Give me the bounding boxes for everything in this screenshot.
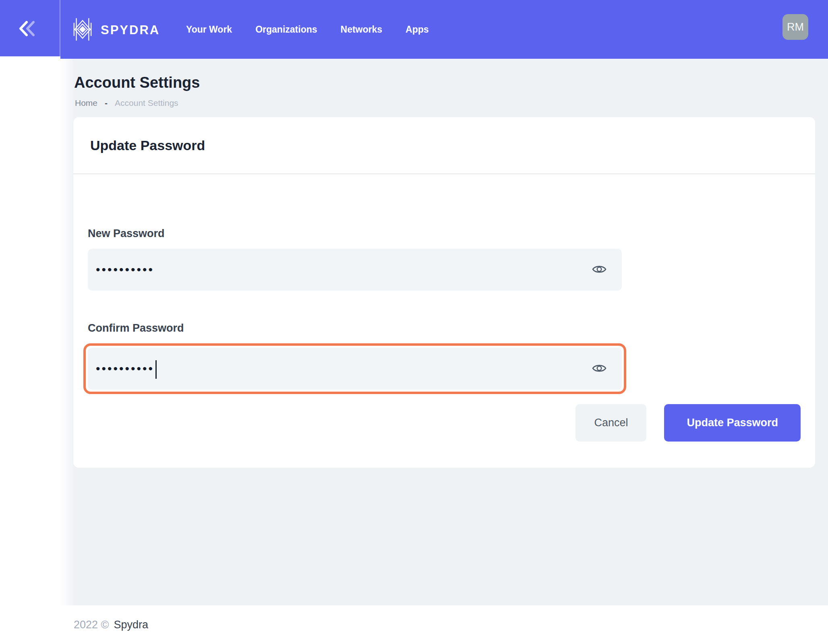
breadcrumb-current: Account Settings [115, 98, 178, 108]
main-nav: Your Work Organizations Networks Apps [186, 0, 429, 59]
page-title: Account Settings [74, 74, 200, 91]
new-password-label: New Password [88, 227, 801, 240]
user-avatar[interactable]: RM [782, 14, 808, 40]
confirm-password-focus-ring: •••••••••• [83, 343, 626, 394]
form-actions: Cancel Update Password [88, 404, 801, 442]
new-password-masked-value: •••••••••• [96, 249, 592, 291]
update-password-button[interactable]: Update Password [664, 404, 801, 442]
nav-item-apps[interactable]: Apps [406, 24, 429, 35]
footer-year: 2022 © [74, 619, 109, 631]
top-navbar: SPYDRA Your Work Organizations Networks … [0, 0, 828, 59]
card-title: Update Password [90, 138, 205, 153]
nav-item-your-work[interactable]: Your Work [186, 24, 232, 35]
cancel-button[interactable]: Cancel [575, 404, 646, 442]
eye-icon [592, 363, 607, 375]
spydra-logo-icon [72, 17, 93, 43]
new-password-toggle-visibility-button[interactable] [592, 264, 607, 276]
breadcrumb: Home - Account Settings [75, 98, 178, 108]
navbar-sidebar-divider [60, 0, 60, 56]
confirm-password-masked-value: •••••••••• [96, 348, 592, 390]
confirm-password-field-group: Confirm Password •••••••••• [88, 322, 801, 394]
page-footer: 2022 © Spydra [0, 605, 828, 644]
sidebar-collapse-button[interactable] [17, 19, 38, 38]
new-password-input[interactable]: •••••••••• [88, 249, 622, 291]
sidebar-collapsed [0, 56, 60, 644]
new-password-field-group: New Password •••••••••• [88, 227, 801, 291]
footer-company: Spydra [114, 619, 148, 631]
text-caret [155, 360, 157, 379]
main-content: Account Settings Home - Account Settings… [60, 59, 828, 605]
confirm-password-label: Confirm Password [88, 322, 801, 334]
update-password-card: Update Password New Password •••••••••• [73, 117, 815, 468]
confirm-password-input[interactable]: •••••••••• [88, 348, 622, 390]
nav-item-networks[interactable]: Networks [341, 24, 383, 35]
breadcrumb-separator: - [105, 98, 108, 108]
brand-name: SPYDRA [101, 23, 160, 37]
brand-logo[interactable]: SPYDRA [72, 17, 160, 43]
card-body: New Password •••••••••• Confir [73, 174, 815, 442]
breadcrumb-home-link[interactable]: Home [75, 98, 97, 108]
nav-item-organizations[interactable]: Organizations [255, 24, 317, 35]
chevrons-left-icon [17, 33, 38, 39]
card-header: Update Password [73, 117, 815, 174]
confirm-password-toggle-visibility-button[interactable] [592, 363, 607, 375]
eye-icon [592, 264, 607, 276]
